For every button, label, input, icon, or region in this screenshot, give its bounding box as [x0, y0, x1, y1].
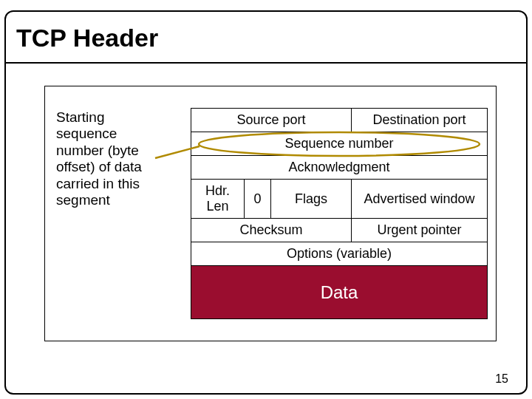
cell-options: Options (variable)	[191, 242, 488, 266]
annotation-text: Starting sequence number (byte offset) o…	[56, 109, 167, 208]
table-row: Acknowledgment	[191, 156, 488, 180]
cell-reserved: 0	[245, 180, 271, 219]
cell-destination-port: Destination port	[352, 109, 488, 132]
cell-checksum: Checksum	[191, 219, 352, 242]
cell-hdrlen: Hdr. Len	[191, 180, 245, 219]
table-row: Source port Destination port	[191, 109, 488, 132]
table-row: Checksum Urgent pointer	[191, 219, 488, 242]
table-row: Hdr. Len 0 Flags Advertised window	[191, 180, 488, 219]
cell-urgent-pointer: Urgent pointer	[352, 219, 488, 242]
cell-sequence-number: Sequence number	[191, 132, 488, 156]
page-number: 15	[495, 372, 508, 386]
table-row: Sequence number	[191, 132, 488, 156]
tcp-header-table: Source port Destination port Sequence nu…	[191, 108, 488, 319]
cell-data: Data	[191, 266, 488, 319]
cell-source-port: Source port	[191, 109, 352, 132]
table-row: Options (variable)	[191, 242, 488, 266]
cell-acknowledgment: Acknowledgment	[191, 156, 488, 180]
cell-flags: Flags	[271, 180, 352, 219]
table-row: Data	[191, 266, 488, 319]
slide-title: TCP Header	[16, 24, 158, 52]
title-divider	[6, 62, 526, 64]
cell-adv-window: Advertised window	[352, 180, 488, 219]
